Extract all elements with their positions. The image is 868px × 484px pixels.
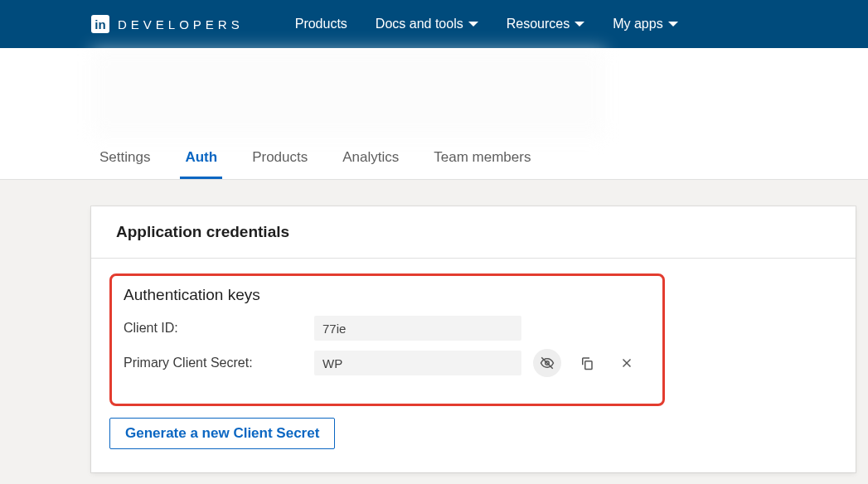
page-content: Settings Auth Products Analytics Team me… — [0, 48, 868, 180]
chevron-down-icon — [668, 22, 678, 27]
app-header-redacted — [0, 48, 868, 138]
card-title: Application credentials — [91, 206, 856, 259]
client-secret-label: Primary Client Secret: — [124, 356, 314, 370]
client-secret-row: Primary Client Secret: WP — [124, 349, 654, 377]
client-secret-value[interactable]: WP — [314, 351, 521, 375]
nav-label: Resources — [507, 17, 570, 31]
nav-items: Products Docs and tools Resources My app… — [295, 17, 678, 31]
auth-keys-title: Authentication keys — [124, 286, 654, 304]
tab-analytics[interactable]: Analytics — [342, 138, 399, 179]
top-navigation: in DEVELOPERS Products Docs and tools Re… — [0, 0, 868, 48]
main: Application credentials Authentication k… — [0, 180, 868, 484]
copy-icon[interactable] — [573, 349, 601, 377]
visibility-toggle-icon[interactable] — [533, 349, 561, 377]
client-id-label: Client ID: — [124, 321, 314, 336]
client-id-row: Client ID: 77ie — [124, 316, 654, 341]
brand-text: DEVELOPERS — [118, 17, 244, 31]
client-id-value[interactable]: 77ie — [314, 316, 521, 341]
nav-item-resources[interactable]: Resources — [507, 17, 584, 31]
nav-item-products[interactable]: Products — [295, 17, 347, 31]
card-body: Authentication keys Client ID: 77ie Prim… — [91, 259, 856, 472]
nav-label: Products — [295, 17, 347, 31]
tab-team-members[interactable]: Team members — [434, 138, 531, 179]
generate-client-secret-button[interactable]: Generate a new Client Secret — [109, 418, 335, 449]
chevron-down-icon — [575, 22, 584, 27]
nav-item-myapps[interactable]: My apps — [613, 17, 677, 31]
tab-auth[interactable]: Auth — [185, 138, 217, 179]
auth-keys-highlight: Authentication keys Client ID: 77ie Prim… — [109, 273, 665, 406]
nav-label: My apps — [613, 17, 662, 31]
linkedin-icon: in — [91, 15, 109, 33]
svg-rect-2 — [585, 361, 592, 370]
tab-settings[interactable]: Settings — [99, 138, 150, 179]
tab-products[interactable]: Products — [252, 138, 308, 179]
nav-item-docs[interactable]: Docs and tools — [376, 17, 478, 31]
nav-label: Docs and tools — [376, 17, 463, 31]
app-tabs: Settings Auth Products Analytics Team me… — [0, 138, 868, 180]
chevron-down-icon — [468, 22, 478, 27]
brand[interactable]: in DEVELOPERS — [91, 15, 244, 33]
close-icon[interactable] — [613, 349, 641, 377]
credentials-card: Application credentials Authentication k… — [91, 206, 856, 472]
